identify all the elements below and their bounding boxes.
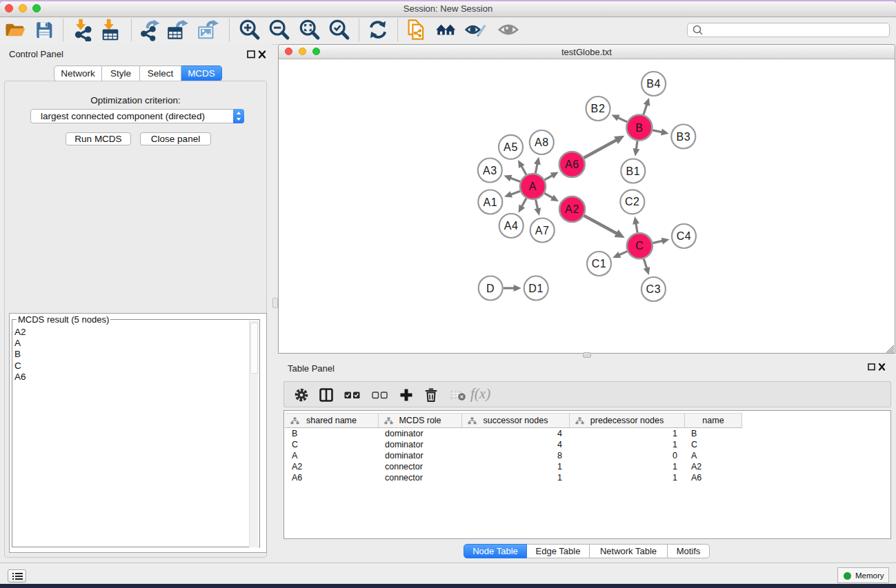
svg-text:A5: A5 (504, 141, 518, 153)
svg-text:B1: B1 (626, 165, 640, 177)
svg-text:B4: B4 (646, 78, 661, 90)
svg-text:D1: D1 (528, 283, 544, 294)
svg-text:B: B (635, 122, 643, 134)
svg-text:A8: A8 (535, 136, 549, 148)
svg-text:A2: A2 (565, 203, 579, 215)
svg-text:C2: C2 (625, 196, 640, 207)
svg-text:A3: A3 (483, 165, 497, 176)
svg-text:A4: A4 (504, 220, 519, 232)
svg-text:A: A (529, 181, 537, 192)
svg-text:D: D (486, 283, 495, 294)
svg-text:A6: A6 (565, 159, 579, 170)
svg-text:C3: C3 (646, 283, 661, 295)
svg-text:C: C (635, 240, 644, 252)
svg-text:C4: C4 (677, 230, 692, 242)
svg-text:B2: B2 (591, 103, 606, 114)
svg-text:A1: A1 (483, 196, 497, 208)
svg-text:C1: C1 (592, 258, 607, 270)
svg-text:A7: A7 (535, 225, 550, 236)
svg-text:B3: B3 (676, 131, 690, 143)
